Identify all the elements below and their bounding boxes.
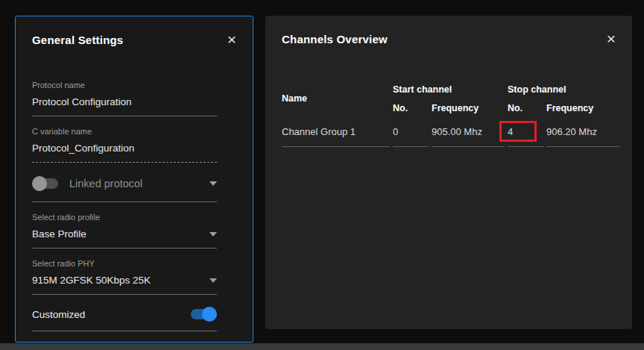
- highlight-box: [499, 121, 537, 142]
- c-variable-name-label: C variable name: [32, 127, 217, 137]
- chevron-down-icon[interactable]: [209, 232, 217, 237]
- table-row-stop-no[interactable]: 4: [508, 117, 543, 147]
- channels-table: Name Start channel Stop channel No. Freq…: [282, 80, 616, 147]
- table-row-start-no[interactable]: 0: [393, 117, 429, 147]
- toggle-knob: [32, 176, 47, 191]
- c-variable-name-value[interactable]: Protocol_Configuration: [32, 141, 217, 155]
- linked-protocol-row: Linked protocol: [32, 173, 217, 202]
- linked-protocol-label: Linked protocol: [69, 178, 209, 190]
- radio-phy-value[interactable]: 915M 2GFSK 50Kbps 25K: [32, 273, 151, 287]
- protocol-name-label: Protocol name: [32, 81, 217, 90]
- column-header-stop-frequency: Frequency: [546, 99, 619, 117]
- column-header-start-frequency: Frequency: [432, 99, 505, 117]
- c-variable-name-field[interactable]: C variable name Protocol_Configuration: [32, 127, 217, 163]
- close-icon[interactable]: ×: [607, 31, 616, 46]
- general-settings-header: General Settings ×: [32, 31, 236, 48]
- chevron-down-icon[interactable]: [209, 278, 217, 283]
- column-header-stop-channel: Stop channel: [508, 80, 619, 99]
- radio-phy-label: Select radio PHY: [32, 259, 217, 269]
- toggle-knob: [202, 307, 217, 322]
- close-icon[interactable]: ×: [227, 32, 236, 47]
- general-settings-title: General Settings: [32, 34, 123, 46]
- protocol-name-field[interactable]: Protocol name Protocol Configuration: [32, 81, 217, 116]
- protocol-name-value[interactable]: Protocol Configuration: [32, 95, 217, 109]
- column-header-stop-no: No.: [508, 99, 543, 117]
- column-header-name: Name: [282, 93, 390, 104]
- table-row-name[interactable]: Channel Group 1: [282, 117, 390, 147]
- stop-no-value: 4: [508, 126, 513, 137]
- channels-overview-header: Channels Overview ×: [282, 31, 616, 47]
- radio-profile-label: Select radio profile: [32, 213, 217, 222]
- radio-profile-value[interactable]: Base Profile: [32, 227, 86, 241]
- table-row-start-frequency[interactable]: 905.00 Mhz: [432, 117, 505, 147]
- column-header-start-channel: Start channel: [393, 80, 505, 99]
- chevron-down-icon[interactable]: [209, 181, 217, 186]
- linked-protocol-toggle[interactable]: [32, 176, 59, 191]
- general-settings-fields: Protocol name Protocol Configuration C v…: [32, 81, 217, 331]
- radio-phy-field[interactable]: Select radio PHY 915M 2GFSK 50Kbps 25K: [32, 259, 217, 295]
- channels-overview-title: Channels Overview: [282, 33, 388, 46]
- radio-profile-field[interactable]: Select radio profile Base Profile: [32, 213, 217, 249]
- customized-toggle[interactable]: [190, 307, 217, 322]
- general-settings-panel: General Settings × Protocol name Protoco…: [15, 16, 253, 343]
- customized-row: Customized: [32, 305, 217, 331]
- channels-overview-panel: Channels Overview × Name Start channel S…: [265, 16, 632, 329]
- table-row-stop-frequency[interactable]: 906.20 Mhz: [546, 117, 619, 147]
- customized-label: Customized: [32, 309, 85, 320]
- column-header-start-no: No.: [393, 99, 429, 117]
- horizontal-scrollbar[interactable]: [0, 343, 644, 350]
